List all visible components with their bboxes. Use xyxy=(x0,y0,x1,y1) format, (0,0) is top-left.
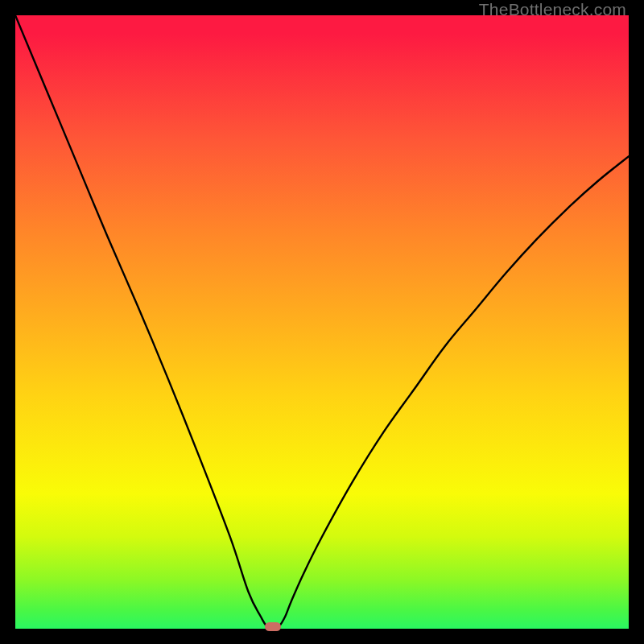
chart-frame: TheBottleneck.com xyxy=(0,0,644,644)
plot-area xyxy=(15,15,629,629)
watermark-text: TheBottleneck.com xyxy=(479,0,626,19)
bottleneck-curve xyxy=(15,15,629,629)
optimal-marker xyxy=(265,622,281,631)
